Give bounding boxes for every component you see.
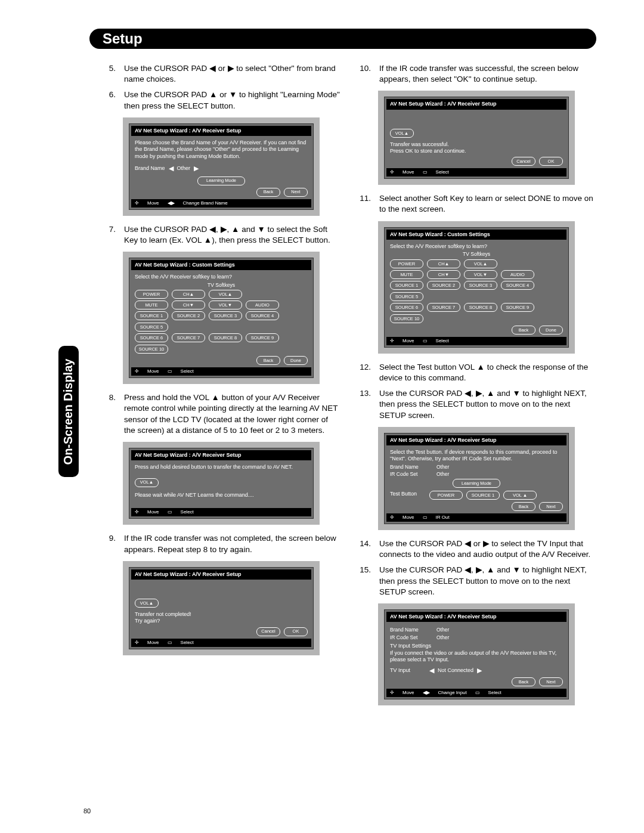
softkey-button[interactable]: VOL▲ bbox=[209, 290, 242, 299]
softkey-button[interactable]: VOL▼ bbox=[464, 270, 497, 279]
softkey-button[interactable]: CH▲ bbox=[427, 259, 460, 268]
step-12: Select the Test button VOL ▲ to check th… bbox=[379, 362, 595, 383]
page-number: 80 bbox=[83, 807, 91, 815]
softkey-button[interactable]: SOURCE 4 bbox=[246, 311, 279, 320]
softkey-button[interactable]: SOURCE 10 bbox=[390, 314, 423, 323]
softkey-button[interactable]: AUDIO bbox=[246, 301, 279, 309]
softkey-button[interactable]: VOL▼ bbox=[209, 301, 242, 309]
step-11: Select another Soft Key to learn or sele… bbox=[379, 193, 595, 215]
osd-softkey-select: AV Net Setup Wizard : Custom Settings Se… bbox=[123, 252, 320, 384]
softkey-button[interactable]: SOURCE 7 bbox=[172, 333, 205, 342]
softkey-button[interactable]: SOURCE 9 bbox=[501, 303, 534, 312]
softkey-button[interactable]: SOURCE 3 bbox=[209, 311, 242, 320]
softkey-button[interactable]: SOURCE 1 bbox=[390, 281, 423, 290]
step-14: Use the CURSOR PAD ◀ or ▶ to select the … bbox=[379, 538, 595, 560]
softkey-row-4: SOURCE 6SOURCE 7SOURCE 8SOURCE 9SOURCE 1… bbox=[135, 333, 308, 354]
softkey-button[interactable]: SOURCE 1 bbox=[466, 491, 500, 500]
next-button[interactable]: Next bbox=[539, 502, 563, 511]
softkey-button[interactable]: VOL▲ bbox=[464, 259, 497, 268]
softkey-button[interactable]: SOURCE 2 bbox=[427, 281, 460, 290]
back-button[interactable]: Back bbox=[512, 502, 535, 511]
learning-mode-button[interactable]: Learning Mode bbox=[453, 479, 500, 488]
learning-mode-button[interactable]: Learning Mode bbox=[197, 176, 245, 185]
softkey-button[interactable]: CH▼ bbox=[427, 270, 460, 279]
softkey-button[interactable]: POWER bbox=[390, 259, 423, 268]
softkey-button[interactable]: SOURCE 5 bbox=[135, 323, 168, 332]
softkey-button[interactable]: SOURCE 9 bbox=[246, 333, 279, 342]
osd-tv-input: AV Net Setup Wizard : A/V Receiver Setup… bbox=[378, 603, 575, 705]
left-column: 5.Use the CURSOR PAD ◀ or ▶ to select "O… bbox=[101, 63, 340, 714]
osd-learning: AV Net Setup Wizard : A/V Receiver Setup… bbox=[123, 442, 320, 525]
done-button[interactable]: Done bbox=[284, 356, 308, 365]
softkey-button[interactable]: CH▲ bbox=[172, 290, 205, 299]
step-6: Use the CURSOR PAD ▲ or ▼ to highlight "… bbox=[124, 89, 340, 111]
osd-success: AV Net Setup Wizard : A/V Receiver Setup… bbox=[378, 91, 575, 185]
softkey-button[interactable]: SOURCE 2 bbox=[172, 311, 205, 320]
softkey-button[interactable]: SOURCE 8 bbox=[464, 303, 497, 312]
section-header: Setup bbox=[89, 29, 596, 49]
step-7: Use the CURSOR PAD ◀, ▶, ▲ and ▼ to sele… bbox=[124, 224, 340, 246]
cancel-button[interactable]: Cancel bbox=[256, 627, 280, 636]
back-button[interactable]: Back bbox=[256, 356, 280, 365]
cancel-button[interactable]: Cancel bbox=[512, 157, 535, 166]
back-button[interactable]: Back bbox=[512, 326, 535, 335]
softkey-row-1: POWERCH▲VOL▲ bbox=[135, 290, 308, 299]
step-13: Use the CURSOR PAD ◀, ▶, ▲ and ▼ to high… bbox=[379, 388, 595, 421]
softkey-button[interactable]: SOURCE 6 bbox=[135, 333, 168, 342]
osd-not-completed: AV Net Setup Wizard : A/V Receiver Setup… bbox=[123, 561, 320, 655]
vol-up-key[interactable]: VOL▲ bbox=[390, 129, 414, 138]
back-button[interactable]: Back bbox=[512, 677, 535, 686]
ok-button[interactable]: OK bbox=[539, 157, 563, 166]
ok-button[interactable]: OK bbox=[284, 627, 308, 636]
softkey-button[interactable]: SOURCE 10 bbox=[135, 345, 168, 354]
vol-up-key[interactable]: VOL▲ bbox=[135, 478, 159, 487]
softkey-button[interactable]: SOURCE 7 bbox=[427, 303, 460, 312]
right-column: 10.If the IR code transfer was successfu… bbox=[357, 63, 595, 714]
softkey-button[interactable]: MUTE bbox=[390, 270, 423, 279]
softkey-row-2: MUTECH▼VOL▼AUDIO bbox=[135, 301, 308, 309]
softkey-button[interactable]: POWER bbox=[135, 290, 168, 299]
softkey-button[interactable]: SOURCE 4 bbox=[501, 281, 534, 290]
back-button[interactable]: Back bbox=[256, 188, 280, 197]
softkey-button[interactable]: VOL ▲ bbox=[503, 491, 537, 500]
step-9: If the IR code transfer was not complete… bbox=[124, 533, 340, 555]
step-8: Press and hold the VOL ▲ button of your … bbox=[124, 392, 340, 436]
vol-up-key[interactable]: VOL▲ bbox=[135, 599, 159, 608]
step-5: Use the CURSOR PAD ◀ or ▶ to select "Oth… bbox=[124, 63, 340, 85]
step-10: If the IR code transfer was successful, … bbox=[379, 63, 595, 85]
side-tab: On-Screen Display bbox=[58, 346, 79, 477]
done-button[interactable]: Done bbox=[539, 326, 563, 335]
softkey-button[interactable]: CH▼ bbox=[172, 301, 205, 309]
softkey-button[interactable]: SOURCE 3 bbox=[464, 281, 497, 290]
step-15: Use the CURSOR PAD ◀, ▶, ▲ and ▼ to high… bbox=[379, 565, 595, 597]
osd-test: AV Net Setup Wizard : A/V Receiver Setup… bbox=[378, 427, 575, 530]
softkey-button[interactable]: SOURCE 8 bbox=[209, 333, 242, 342]
softkey-button[interactable]: POWER bbox=[429, 491, 463, 500]
softkey-button[interactable]: MUTE bbox=[135, 301, 168, 309]
next-button[interactable]: Next bbox=[539, 677, 563, 686]
softkey-button[interactable]: SOURCE 1 bbox=[135, 311, 168, 320]
softkey-row-3: SOURCE 1SOURCE 2SOURCE 3SOURCE 4SOURCE 5 bbox=[135, 311, 308, 332]
softkey-button[interactable]: SOURCE 6 bbox=[390, 303, 423, 312]
softkey-button[interactable]: SOURCE 5 bbox=[390, 292, 423, 301]
section-title: Setup bbox=[103, 29, 143, 49]
softkey-button[interactable]: AUDIO bbox=[501, 270, 534, 279]
next-button[interactable]: Next bbox=[284, 188, 308, 197]
osd-brand-select: AV Net Setup Wizard : A/V Receiver Setup… bbox=[123, 117, 320, 216]
osd-softkey-select-2: AV Net Setup Wizard : Custom Settings Se… bbox=[378, 221, 575, 354]
